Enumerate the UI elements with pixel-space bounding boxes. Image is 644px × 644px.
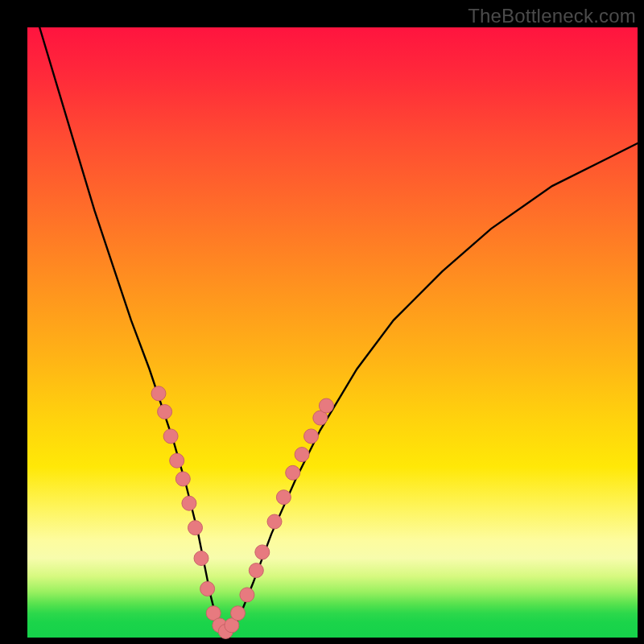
curve-marker bbox=[170, 453, 184, 468]
curve-marker bbox=[319, 398, 333, 413]
curve-marker bbox=[276, 490, 291, 505]
curve-marker bbox=[286, 465, 300, 480]
curve-marker bbox=[231, 606, 246, 621]
watermark-text: TheBottleneck.com bbox=[468, 5, 636, 27]
curve-marker bbox=[267, 514, 282, 529]
plot-area bbox=[27, 27, 638, 638]
curve-marker bbox=[304, 429, 319, 444]
curve-marker bbox=[200, 581, 215, 596]
curve-marker bbox=[188, 521, 203, 535]
curve-marker bbox=[295, 448, 309, 462]
curve-marker bbox=[151, 386, 166, 401]
curve-marker bbox=[182, 496, 196, 510]
chart-frame: TheBottleneck.com bbox=[0, 0, 644, 644]
curve-marker bbox=[255, 545, 270, 559]
curve-marker bbox=[158, 405, 172, 419]
curve-marker bbox=[240, 588, 254, 602]
curve-markers bbox=[151, 386, 333, 639]
curve-marker bbox=[249, 564, 263, 578]
bottleneck-curve bbox=[39, 27, 638, 631]
curve-marker bbox=[175, 472, 190, 486]
curve-marker bbox=[194, 551, 208, 566]
curve-marker bbox=[163, 429, 178, 444]
chart-svg bbox=[27, 27, 638, 638]
